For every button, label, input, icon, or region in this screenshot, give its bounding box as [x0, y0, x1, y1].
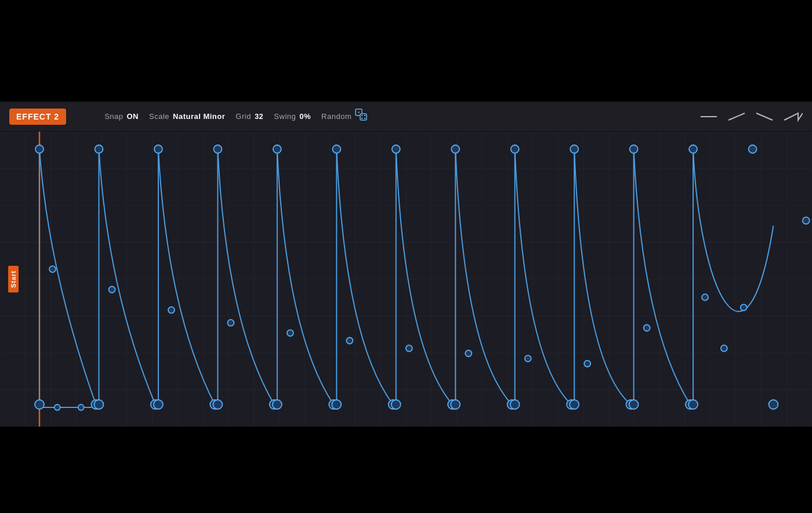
curve-buttons	[698, 111, 803, 122]
svg-rect-2	[360, 114, 367, 120]
snap-label: Snap	[104, 112, 123, 121]
canvas-area[interactable]: Start	[0, 132, 812, 427]
svg-point-6	[364, 114, 365, 115]
svg-point-4	[364, 117, 365, 118]
snap-value[interactable]: ON	[127, 112, 139, 121]
scale-group: Scale Natural Minor	[149, 112, 225, 121]
ramp-up-curve-button[interactable]	[726, 111, 747, 122]
random-group: Random	[321, 109, 371, 125]
ramp-down-curve-button[interactable]	[754, 111, 775, 122]
scale-value[interactable]: Natural Minor	[173, 112, 225, 121]
swing-label: Swing	[274, 112, 296, 121]
swing-value[interactable]: 0%	[299, 112, 311, 121]
effect-badge[interactable]: EFFECT 2	[9, 109, 66, 125]
random-label: Random	[321, 112, 351, 121]
dice-icon[interactable]	[355, 109, 371, 125]
toolbar: EFFECT 2 Snap ON Scale Natural Minor Gri…	[0, 102, 812, 132]
svg-point-5	[361, 117, 362, 118]
grid-group: Grid 32	[235, 112, 263, 121]
svg-point-1	[358, 111, 360, 113]
grid-value[interactable]: 32	[255, 112, 263, 121]
svg-point-3	[361, 114, 362, 115]
grid-label: Grid	[235, 112, 251, 121]
snap-group: Snap ON	[104, 112, 139, 121]
scale-label: Scale	[149, 112, 169, 121]
plugin-container: EFFECT 2 Snap ON Scale Natural Minor Gri…	[0, 102, 812, 427]
start-label: Start	[8, 266, 19, 292]
flat-curve-button[interactable]	[698, 111, 719, 122]
saw-curve-button[interactable]	[782, 111, 803, 122]
swing-group: Swing 0%	[274, 112, 311, 121]
